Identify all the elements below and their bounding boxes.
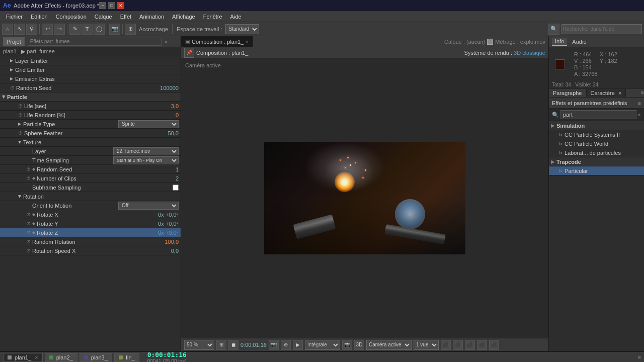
effect-row-rot-speed-x[interactable]: ⏱ Rotation Speed X 0,0 (0, 246, 181, 255)
view-select[interactable]: 1 vue (414, 340, 439, 350)
effect-row-particle[interactable]: ▶ Particle (0, 93, 181, 102)
effect-row-random-seed[interactable]: ⏱ Random Seed 100000 (0, 83, 181, 93)
effect-row-rotate-z[interactable]: ⏱ ◆ Rotate Z 0x +0,0° (0, 228, 181, 237)
effect-row-particle-type[interactable]: ▶ Particle Type Sprite (0, 120, 181, 129)
close-button[interactable]: ✕ (117, 2, 124, 9)
layer-select[interactable]: 22. fumee.mov (113, 147, 179, 155)
timeline-tab-plan1[interactable]: plan1_ × (3, 353, 43, 362)
camera-select[interactable]: Caméra active (366, 340, 412, 350)
toolbar-shape-btn[interactable]: ◯ (94, 24, 105, 35)
layer-path: plan1_ ▶ part_fumee (0, 47, 181, 56)
char-tab-close[interactable]: × (618, 90, 621, 96)
toolbar-redo-btn[interactable]: ↪ (54, 24, 65, 35)
menu-affichage[interactable]: Affichage (168, 13, 199, 21)
projet-tab[interactable]: Projet (3, 37, 25, 46)
toolbar-select-btn[interactable]: ↖ (14, 24, 25, 35)
preset-section-simulation[interactable]: ▶ Simulation (549, 121, 644, 130)
effect-row-num-clips[interactable]: ⏱ ◆ Number of Clips 2 (0, 174, 181, 183)
effects-panel[interactable]: ▶ Layer Emitter ▶ Grid Emitter ▶ Emissio… (0, 56, 181, 351)
zoom-select[interactable]: 50 % (184, 340, 214, 350)
effect-row-emission-extras[interactable]: ▶ Emission Extras (0, 74, 181, 83)
menu-calque[interactable]: Calque (91, 13, 116, 21)
effect-row-rotate-y[interactable]: ⏱ ◆ Rotate Y 0x +0,0° (0, 219, 181, 228)
viewer-3d-btn[interactable]: 3D (354, 340, 364, 350)
char-panel-menu[interactable]: ≡ (641, 89, 644, 97)
comp-frame (264, 142, 465, 254)
effect-row-layer[interactable]: Layer 22. fumee.mov (0, 147, 181, 156)
minimize-button[interactable]: − (99, 2, 106, 9)
effect-row-rotation[interactable]: ▶ Rotation (0, 192, 181, 201)
effect-row-random-rotation[interactable]: ⏱ Random Rotation 100,0 (0, 237, 181, 246)
maximize-button[interactable]: □ (108, 2, 115, 9)
viewer-layout-1-btn[interactable]: ⬛ (441, 340, 451, 350)
tab-close-plan1[interactable]: × (35, 354, 38, 360)
viewer-layout-5-btn[interactable]: ⬛ (489, 340, 499, 350)
viewer-mask-btn[interactable]: ◼ (228, 340, 238, 350)
effect-row-rotate-x[interactable]: ⏱ ◆ Rotate X 0x +0,0° (0, 210, 181, 219)
effect-row-texture[interactable]: ▶ Texture (0, 138, 181, 147)
preset-section-trapcode[interactable]: ▶ Trapcode (549, 157, 644, 166)
quality-select[interactable]: Intégrale (305, 340, 340, 350)
effect-row-life-random[interactable]: ⏱ Life Random [%] 0 (0, 111, 181, 120)
menu-effet[interactable]: Effet (116, 13, 135, 21)
effect-row-random-seed-sub[interactable]: ⏱ ◆ Random Seed 1 (0, 165, 181, 174)
effect-row-sphere-feather[interactable]: ⏱ Sphere Feather 50,0 (0, 129, 181, 138)
viewer-layout-2-btn[interactable]: ⬛ (453, 340, 463, 350)
left-panel-menu[interactable]: ≡ (170, 38, 178, 46)
timeline-menu[interactable]: ≡ (638, 354, 641, 360)
search-clear-icon[interactable]: × (638, 112, 641, 118)
orient-select[interactable]: Off (118, 202, 179, 210)
time-sampling-select[interactable]: Start at Birth - Play On (113, 156, 179, 164)
viewer-snapshot-btn[interactable]: 📸 (342, 340, 352, 350)
menu-aide[interactable]: Aide (226, 13, 246, 21)
presets-search-input[interactable] (560, 110, 636, 119)
left-panel-close[interactable]: × (165, 39, 168, 45)
particle-type-select[interactable]: Sprite (118, 120, 179, 128)
viewer-layout-4-btn[interactable]: ⬛ (477, 340, 487, 350)
timeline-tab-fin[interactable]: fin_ (114, 353, 139, 362)
comp-tab-plan1[interactable]: ▣ Composition : plan1_ × (181, 36, 253, 47)
toolbar-home-btn[interactable]: ⌂ (2, 24, 13, 35)
effect-row-orient[interactable]: Orient to Motion Off (0, 201, 181, 210)
info-tab[interactable]: Info (552, 38, 567, 46)
viewer-layout-3-btn[interactable]: ⬛ (465, 340, 475, 350)
viewer-snap-btn[interactable]: ⊕ (281, 340, 291, 350)
toolbar-text-btn[interactable]: T (82, 24, 93, 35)
effect-row-grid-emitter[interactable]: ▶ Grid Emitter (0, 65, 181, 74)
para-tab[interactable]: Paragraphe (549, 89, 587, 97)
menu-edition[interactable]: Edition (27, 13, 52, 21)
preset-item-cc-world[interactable]: fx CC Particle World (549, 139, 644, 148)
timeline-tab-plan2[interactable]: plan2_ (45, 353, 77, 362)
menu-composition[interactable]: Composition (52, 13, 91, 21)
viewer-cam-btn[interactable]: 📷 (269, 340, 279, 350)
presets-menu[interactable]: ≡ (638, 100, 641, 106)
toolbar-snap-btn[interactable]: ⊕ (125, 24, 136, 35)
preset-item-particular[interactable]: fx Particular (549, 166, 644, 175)
viewer-play-btn[interactable]: ▶ (293, 340, 303, 350)
toolbar-undo-btn[interactable]: ↩ (42, 24, 53, 35)
toolbar-workspace-select[interactable]: Standard (225, 24, 259, 34)
calque-label: Calque : (aucun) (444, 39, 485, 45)
effect-row-life[interactable]: ⏱ Life [sec] 3,0 (0, 102, 181, 111)
menu-fenetre[interactable]: Fenêtre (199, 13, 226, 21)
right-panel-menu[interactable]: ≡ (638, 39, 641, 45)
comp-tab-close[interactable]: × (246, 39, 248, 44)
effect-row-subframe[interactable]: Subframe Sampling (0, 183, 181, 192)
toolbar-search-btn[interactable]: ⚲ (26, 24, 37, 35)
audio-tab[interactable]: Audio (569, 38, 589, 45)
toolbar-pen-btn[interactable]: ✎ (69, 24, 80, 35)
effect-row-layer-emitter[interactable]: ▶ Layer Emitter (0, 56, 181, 65)
viewer-grid-btn[interactable]: ⊞ (216, 340, 226, 350)
menu-animation[interactable]: Animation (135, 13, 168, 21)
comp-bookmark-btn[interactable]: 📌 (184, 48, 194, 58)
help-search-input[interactable] (561, 24, 642, 34)
timeline-tab-plan3[interactable]: plan3_ (79, 353, 112, 362)
preset-item-cc-systems[interactable]: fx CC Particle Systems II (549, 130, 644, 139)
toolbar-camera-btn[interactable]: 📷 (109, 24, 120, 35)
subframe-checkbox[interactable] (173, 185, 179, 191)
project-search[interactable]: Effets part_fumee (28, 38, 162, 46)
menu-fichier[interactable]: Fichier (2, 13, 27, 21)
effect-row-time-sampling[interactable]: Time Sampling Start at Birth - Play On (0, 156, 181, 165)
char-tab[interactable]: Caractère × (587, 89, 626, 97)
preset-item-laboratoire[interactable]: fx Laborat... de particules (549, 148, 644, 157)
